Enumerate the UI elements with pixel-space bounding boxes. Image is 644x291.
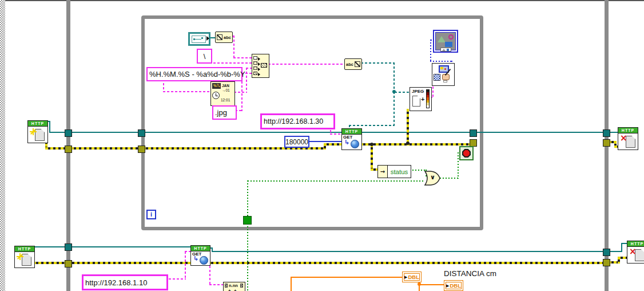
http-close-camera-node[interactable]: HTTP × — [618, 127, 638, 150]
wire-http-handle-sensor[interactable] — [621, 243, 622, 252]
or-gate-node[interactable]: ∨ — [423, 170, 441, 186]
format-datetime-node[interactable]: %¾ JAN →01 12:01 — [210, 81, 235, 106]
tunnel-boolean[interactable] — [243, 216, 252, 225]
picture-indicator[interactable] — [433, 30, 458, 53]
or-symbol: ∨ — [430, 174, 435, 181]
wire-http-handle-sensor[interactable] — [621, 243, 627, 244]
wire-http-handle-sensor[interactable] — [33, 246, 190, 247]
wire-error-cam[interactable] — [324, 143, 341, 146]
draw-pixmap-node[interactable] — [432, 63, 455, 86]
wire-error-branch[interactable] — [371, 144, 373, 170]
wire-http-handle-cam[interactable] — [49, 132, 618, 133]
tunnel-handle[interactable] — [65, 129, 72, 137]
concat-result-glyph — [261, 63, 267, 68]
tunnel-error[interactable] — [603, 259, 610, 266]
wire-url-cam[interactable] — [330, 133, 341, 135]
hatch-glyph — [240, 284, 243, 288]
file-path-control[interactable] — [188, 32, 210, 46]
http-get-sensor-node[interactable]: HTTP GET ↳ — [190, 245, 210, 266]
dbl-type-label: DBL — [450, 282, 461, 289]
wire-datetime-out[interactable] — [234, 92, 247, 93]
loop-condition-terminal[interactable] — [459, 146, 474, 160]
tunnel-handle[interactable] — [65, 243, 72, 251]
tunnel-error[interactable] — [138, 146, 145, 153]
tunnel-handle[interactable] — [138, 129, 145, 137]
wire-error-jpeg[interactable] — [407, 109, 409, 143]
wire-file-path[interactable] — [395, 92, 410, 93]
wire-format-string[interactable] — [163, 91, 210, 92]
wire-datetime-out[interactable] — [246, 68, 252, 69]
concatenate-strings-node[interactable] — [252, 54, 269, 78]
path-to-string-node[interactable]: abc — [215, 32, 233, 43]
wire-distance-dbl[interactable] — [291, 277, 403, 278]
wire-stop-bool[interactable] — [247, 180, 248, 291]
wire-stop-bool[interactable] — [248, 180, 424, 182]
wire-file-path[interactable] — [393, 92, 395, 126]
wire-junction-dot — [418, 282, 421, 286]
string-to-number-node[interactable]: n.nn -+ +- — [223, 282, 245, 291]
wire-file-path[interactable] — [393, 62, 395, 92]
output-arrow-icon — [206, 36, 209, 41]
close-x-icon: × — [629, 247, 637, 256]
wire-file-path[interactable] — [361, 62, 395, 64]
string-to-path-node[interactable]: abc — [344, 58, 362, 70]
tunnel-error[interactable] — [65, 260, 72, 268]
new-sparkle-icon — [30, 128, 37, 135]
tunnel-handle[interactable] — [603, 129, 610, 137]
wire-body-sensor[interactable] — [209, 284, 223, 285]
string-constant-camera-url[interactable]: http://192.168.1.30 — [260, 113, 335, 129]
wire-or-out[interactable] — [440, 178, 459, 179]
wire-http-handle-cam[interactable] — [49, 121, 50, 133]
wire-error-branch[interactable] — [371, 168, 377, 171]
input-glyph — [253, 72, 257, 75]
wire-datetime-out[interactable] — [246, 68, 247, 93]
wire-error-sensor[interactable] — [33, 262, 605, 264]
wire-http-handle-sensor[interactable] — [609, 251, 622, 252]
http-open-sensor-node[interactable]: HTTP — [14, 246, 35, 268]
rect-shape-icon — [445, 42, 452, 47]
wire-picture[interactable] — [430, 40, 431, 62]
dbl-indicator-1[interactable]: ▶ DBL — [402, 272, 422, 282]
dbl-indicator-2[interactable]: ▶ DBL — [444, 280, 463, 291]
wire-or-out[interactable] — [458, 152, 459, 179]
wire-timeout[interactable] — [309, 141, 341, 142]
wire-picture[interactable] — [430, 61, 452, 62]
wire-url-sensor[interactable] — [185, 251, 186, 280]
numeric-constant-timeout[interactable]: 180000 — [284, 136, 309, 148]
wire-http-handle-sensor[interactable] — [212, 251, 605, 252]
percent-code-icon: %¾ — [212, 83, 221, 89]
wire-error-cam[interactable] — [360, 143, 471, 146]
wire-string-1[interactable] — [233, 36, 234, 58]
time-text: 12:01 — [221, 98, 230, 102]
string-constant-datetime-format[interactable]: %H.%M.%S - %a%d-%b-%Y — [146, 67, 243, 81]
abc-glyph: abc — [346, 62, 353, 67]
tunnel-handle[interactable] — [470, 129, 477, 137]
string-constant-sensor-url[interactable]: http://192.168.1.10 — [82, 274, 168, 290]
globe-icon — [351, 140, 359, 148]
tunnel-error[interactable] — [603, 139, 610, 147]
wire-error-sensor[interactable] — [618, 257, 627, 259]
tunnel-handle[interactable] — [603, 249, 610, 256]
jpeg-read-node[interactable]: JPEG + — [410, 87, 432, 111]
hatch-glyph — [225, 284, 228, 288]
unbundle-status-node[interactable]: → status — [377, 165, 411, 178]
wire-distance-dbl[interactable] — [291, 277, 292, 291]
http-banner: HTTP — [342, 129, 361, 135]
wire-concat-out[interactable] — [268, 64, 345, 65]
close-x-icon: × — [620, 134, 627, 143]
loop-iteration-terminal[interactable]: i — [146, 210, 156, 219]
wire-file-path[interactable] — [349, 125, 395, 126]
tunnel-error[interactable] — [65, 146, 72, 153]
string-constant-separator[interactable]: \ — [197, 49, 212, 64]
http-open-camera-node[interactable]: HTTP — [27, 120, 48, 143]
status-field-label: status — [388, 166, 411, 178]
wire-string-1[interactable] — [233, 57, 252, 58]
string-constant-extension[interactable]: .jpg — [212, 105, 237, 120]
http-get-camera-node[interactable]: HTTP GET ↳ — [341, 128, 362, 150]
return-arrow-icon: ↳ — [193, 255, 198, 262]
http-close-sensor-node[interactable]: HTTP × — [627, 241, 644, 264]
wire-string-2[interactable] — [209, 62, 252, 64]
wire-junction-dot — [406, 141, 410, 145]
wire-distance-dbl2[interactable] — [420, 284, 444, 285]
wire-url-sensor[interactable] — [185, 251, 190, 252]
